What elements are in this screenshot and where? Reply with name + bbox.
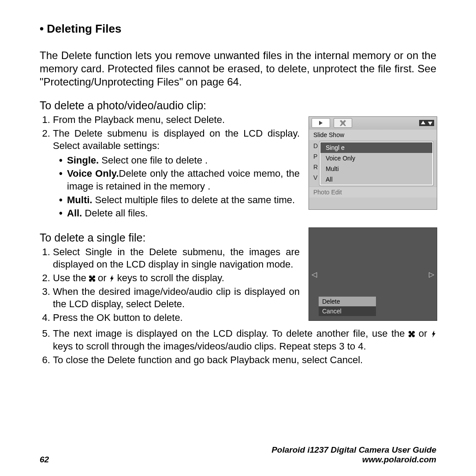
delete-options-list: Single. Select one file to delete . Voic… xyxy=(53,154,300,220)
submenu-all: All xyxy=(320,174,432,185)
step-1: From the Playback menu, select Delete. xyxy=(53,114,300,126)
opt-single: Single. Select one file to delete . xyxy=(59,154,300,167)
nav-right-icon: ▷ xyxy=(429,270,434,279)
manual-page: • Deleting Files The Delete function let… xyxy=(0,0,476,476)
menu-slide-show: Slide Show xyxy=(309,129,437,140)
menu-peek-d: D xyxy=(313,142,318,149)
opt-voice-only: Voice Only.Delete only the attached voic… xyxy=(59,167,300,193)
confirm-options: Delete Cancel xyxy=(319,297,376,316)
delete-submenu: Singl e Voice Only Multi All xyxy=(320,141,433,186)
procedure-2-steps-part2: The next image is displayed on the LCD d… xyxy=(40,327,436,366)
guide-url: www.polaroid.com xyxy=(271,455,436,465)
menu-peek-v: V xyxy=(313,174,317,181)
opt-multi: Multi. Select multiple files to delete a… xyxy=(59,194,300,207)
submenu-single: Singl e xyxy=(320,142,432,153)
guide-title: Polaroid i1237 Digital Camera User Guide xyxy=(271,445,436,455)
settings-tab-icon xyxy=(334,118,352,128)
macro-icon xyxy=(89,275,95,282)
procedure-2-steps-part1: Select Single in the Delete submenu, the… xyxy=(40,246,300,324)
up-down-icon xyxy=(419,120,434,126)
footer-right: Polaroid i1237 Digital Camera User Guide… xyxy=(271,445,436,465)
menu-peek-p: P xyxy=(313,153,317,160)
menu-photo-edit: Photo Edit xyxy=(309,186,437,197)
procedure-1-steps: From the Playback menu, select Delete. T… xyxy=(40,114,300,220)
p2-step-1: Select Single in the Delete submenu, the… xyxy=(53,246,300,271)
figure-column: Slide Show D P R V Photo Edit Singl e Vo… xyxy=(309,116,436,321)
opt-all: All. Delete all files. xyxy=(59,207,300,220)
intro-paragraph: The Delete function lets you remove unwa… xyxy=(40,49,436,89)
p2-step-6: To close the Delete function and go back… xyxy=(53,354,436,367)
procedure-2-heading: To delete a single file: xyxy=(40,231,300,244)
lcd-menu-screenshot: Slide Show D P R V Photo Edit Singl e Vo… xyxy=(309,116,437,210)
section-title: • Deleting Files xyxy=(40,22,436,36)
confirm-cancel: Cancel xyxy=(319,306,376,316)
nav-left-icon: ◁ xyxy=(312,270,317,279)
p2-step-5: The next image is displayed on the LCD d… xyxy=(53,327,436,353)
submenu-voice-only: Voice Only xyxy=(320,153,432,164)
confirm-delete: Delete xyxy=(319,297,376,306)
tab-bar xyxy=(309,117,437,129)
step-2: The Delete submenu is displayed on the L… xyxy=(53,127,300,220)
procedure-1-block: From the Playback menu, select Delete. T… xyxy=(40,114,436,325)
p2-step-4: Press the OK button to delete. xyxy=(53,312,300,324)
svg-marker-0 xyxy=(110,275,114,282)
lcd-delete-confirm-screenshot: ◁ ▷ Delete Cancel xyxy=(309,227,437,321)
procedure-1-heading: To delete a photo/video/audio clip: xyxy=(40,99,436,112)
playback-tab-icon xyxy=(312,118,330,128)
page-footer: 62 Polaroid i1237 Digital Camera User Gu… xyxy=(40,445,436,465)
page-number: 62 xyxy=(40,455,49,465)
p2-step-2: Use the or keys to scroll the display. xyxy=(53,272,300,285)
flash-icon xyxy=(109,273,115,280)
svg-marker-1 xyxy=(432,331,435,338)
flash-icon xyxy=(431,328,436,335)
p2-step-3: When the desired image/video/audio clip … xyxy=(53,286,300,311)
menu-peek-r: R xyxy=(313,164,318,171)
macro-icon xyxy=(409,331,415,337)
submenu-multi: Multi xyxy=(320,164,432,174)
